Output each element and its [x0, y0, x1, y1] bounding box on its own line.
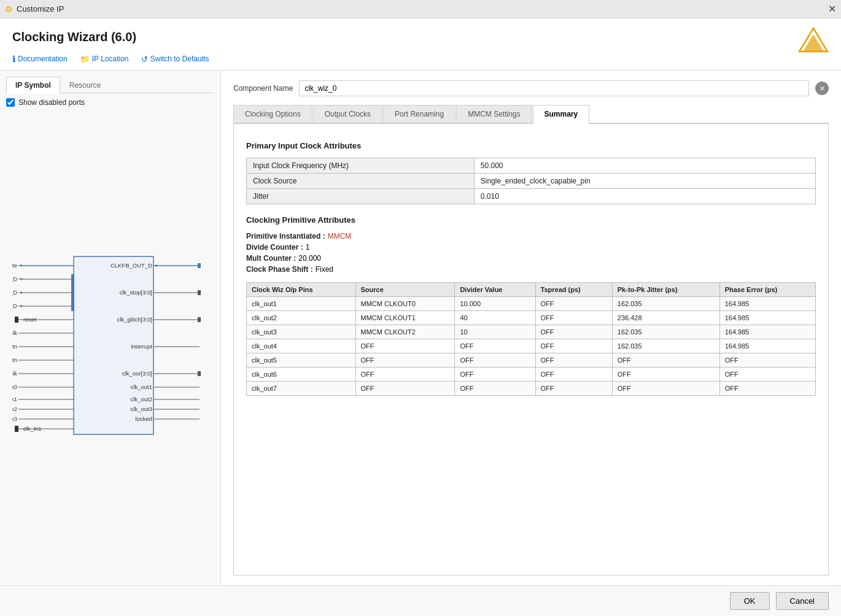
- clock-output-table: Clock Wiz O/p PinsSourceDivider ValueTsp…: [246, 282, 816, 396]
- table-row: clk_out6OFFOFFOFFOFFOFF: [247, 368, 816, 382]
- svg-text:+: +: [20, 289, 23, 296]
- tab-summary[interactable]: Summary: [533, 105, 590, 124]
- show-disabled-row: Show disabled ports: [6, 98, 214, 107]
- primary-input-table: Input Clock Frequency (MHz)50.000Clock S…: [246, 158, 816, 204]
- svg-text:clk_glitch[3:0]: clk_glitch[3:0]: [117, 316, 152, 323]
- svg-text:CLK_IN1_D: CLK_IN1_D: [12, 275, 17, 282]
- table-row: Jitter0.010: [247, 189, 816, 204]
- show-disabled-checkbox[interactable]: [6, 98, 15, 107]
- table-row: clk_out2MMCM CLKOUT140OFF236.428164.985: [247, 311, 816, 325]
- table-row: Input Clock Frequency (MHz)50.000: [247, 158, 816, 174]
- svg-rect-46: [198, 317, 201, 322]
- svg-rect-60: [71, 274, 74, 311]
- component-name-input[interactable]: [299, 80, 809, 96]
- app-icon: ⚙: [5, 4, 13, 14]
- table-row: clk_out3MMCM CLKOUT210OFF162.035164.985: [247, 325, 816, 339]
- documentation-button[interactable]: ℹ Documentation: [12, 54, 68, 64]
- cancel-button[interactable]: Cancel: [776, 592, 829, 610]
- table-row: clk_out1MMCM CLKOUT010.000OFF162.035164.…: [247, 297, 816, 311]
- tab-bar: Clocking Options Output Clocks Port Rena…: [233, 105, 829, 124]
- svg-text:user_clk2: user_clk2: [12, 406, 17, 412]
- ip-symbol-area: s_axi_lite + CLK_IN1_D + CLK_IN2_D + CLK…: [6, 112, 214, 579]
- ip-symbol-diagram: s_axi_lite + CLK_IN1_D + CLK_IN2_D + CLK…: [12, 247, 209, 444]
- title-bar-title: Customize IP: [17, 4, 64, 13]
- tab-ip-symbol[interactable]: IP Symbol: [6, 77, 60, 93]
- svg-rect-16: [15, 317, 18, 323]
- tab-clocking-options[interactable]: Clocking Options: [233, 105, 312, 123]
- svg-text:CLK_IN2_D: CLK_IN2_D: [12, 289, 17, 296]
- content-area: IP Symbol Resource Show disabled ports s…: [0, 71, 841, 585]
- app-title: Clocking Wizard (6.0): [12, 30, 136, 44]
- prim-attr-row: Mult Counter :20.000: [246, 254, 816, 263]
- svg-text:clk_oor[3:0]: clk_oor[3:0]: [122, 370, 152, 377]
- main-container: Clocking Wizard (6.0) ℹ Documentation 📁 …: [0, 18, 841, 616]
- right-panel: Component Name ✕ Clocking Options Output…: [221, 71, 841, 585]
- svg-text:user_clk3: user_clk3: [12, 415, 17, 422]
- tab-port-renaming[interactable]: Port Renaming: [383, 105, 455, 123]
- svg-text:+: +: [20, 302, 23, 309]
- svg-text:interrupt: interrupt: [131, 343, 152, 350]
- svg-text:s_axi_aclk: s_axi_aclk: [12, 329, 17, 336]
- prim-attr-row: Clock Phase Shift :Fixed: [246, 265, 816, 274]
- primary-input-section-title: Primary Input Clock Attributes: [246, 141, 816, 150]
- svg-text:locked: locked: [135, 415, 152, 422]
- svg-text:resetn: resetn: [12, 356, 17, 363]
- svg-text:clk_out3: clk_out3: [130, 406, 152, 412]
- tab-output-clocks[interactable]: Output Clocks: [313, 105, 382, 123]
- refresh-icon: ↺: [141, 55, 148, 64]
- show-disabled-label: Show disabled ports: [18, 98, 85, 107]
- svg-text:CLKFB_OUT_D: CLKFB_OUT_D: [110, 262, 152, 269]
- table-row: Clock SourceSingle_ended_clock_capable_p…: [247, 174, 816, 189]
- bottom-bar: OK Cancel: [0, 585, 841, 616]
- clocking-primitive-section-title: Clocking Primitive Attributes: [246, 215, 816, 225]
- svg-text:reset: reset: [23, 316, 36, 323]
- svg-text:clk_in1: clk_in1: [23, 425, 42, 432]
- svg-text:ref_clk: ref_clk: [12, 370, 17, 377]
- svg-text:s_axi_lite: s_axi_lite: [12, 262, 17, 269]
- table-row: clk_out7OFFOFFOFFOFFOFF: [247, 382, 816, 396]
- svg-text:clk_stop[3:0]: clk_stop[3:0]: [119, 289, 152, 296]
- panel-tabs: IP Symbol Resource: [6, 77, 214, 93]
- toolbar: ℹ Documentation 📁 IP Location ↺ Switch t…: [12, 54, 829, 64]
- svg-text:clk_out1: clk_out1: [130, 383, 152, 390]
- svg-text:user_clk0: user_clk0: [12, 383, 17, 390]
- svg-text:CLKFB_IN_D: CLKFB_IN_D: [12, 302, 17, 309]
- svg-text:user_clk1: user_clk1: [12, 396, 17, 402]
- svg-text:+: +: [20, 262, 23, 269]
- primitive-attrs: Primitive Instantiated :MMCMDivide Count…: [246, 232, 816, 274]
- xilinx-logo: [798, 27, 829, 54]
- svg-marker-1: [803, 34, 824, 52]
- svg-text:s_axi_aresetn: s_axi_aresetn: [12, 343, 17, 350]
- table-row: clk_out4OFFOFFOFF162.035164.985: [247, 339, 816, 353]
- tab-resource[interactable]: Resource: [60, 77, 110, 93]
- svg-text:clk_out2: clk_out2: [130, 396, 152, 402]
- svg-rect-35: [15, 426, 18, 432]
- svg-text:+: +: [20, 275, 23, 282]
- svg-rect-40: [198, 263, 201, 268]
- component-name-label: Component Name: [233, 84, 293, 93]
- tab-mmcm-settings[interactable]: MMCM Settings: [456, 105, 532, 123]
- table-row: clk_out5OFFOFFOFFOFFOFF: [247, 353, 816, 368]
- prim-attr-row: Divide Counter :1: [246, 243, 816, 252]
- switch-defaults-button[interactable]: ↺ Switch to Defaults: [141, 55, 209, 64]
- svg-rect-51: [198, 371, 201, 376]
- component-name-clear-button[interactable]: ✕: [815, 82, 829, 95]
- app-header: Clocking Wizard (6.0) ℹ Documentation 📁 …: [0, 18, 841, 71]
- close-button[interactable]: ✕: [828, 3, 836, 15]
- info-icon: ℹ: [12, 54, 15, 64]
- svg-text:+: +: [155, 262, 158, 269]
- title-bar-left: ⚙ Customize IP: [5, 4, 64, 14]
- component-name-row: Component Name ✕: [233, 80, 829, 96]
- ip-location-button[interactable]: 📁 IP Location: [80, 55, 129, 64]
- title-bar: ⚙ Customize IP ✕: [0, 0, 841, 18]
- left-panel: IP Symbol Resource Show disabled ports s…: [0, 71, 221, 585]
- svg-rect-43: [198, 290, 201, 295]
- ok-button[interactable]: OK: [730, 592, 770, 610]
- summary-tab-content: Primary Input Clock Attributes Input Clo…: [233, 124, 829, 576]
- prim-attr-row: Primitive Instantiated :MMCM: [246, 232, 816, 241]
- folder-icon: 📁: [80, 55, 90, 64]
